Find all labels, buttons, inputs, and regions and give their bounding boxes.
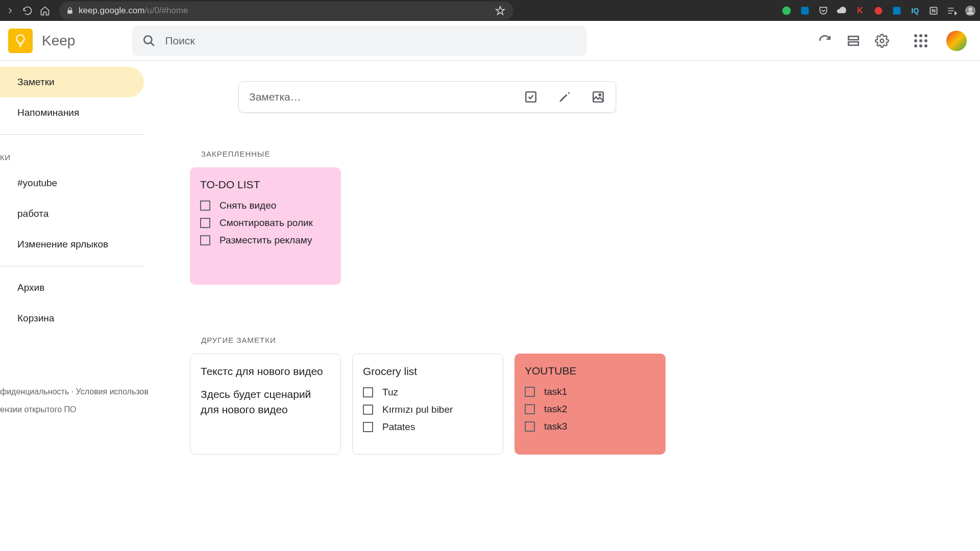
account-avatar[interactable] bbox=[946, 31, 967, 51]
sidebar-item-trash[interactable]: Корзина bbox=[0, 303, 144, 334]
sidebar-item-label: Изменение ярлыков bbox=[17, 239, 108, 250]
sidebar-label-work[interactable]: работа bbox=[0, 198, 144, 229]
privacy-link[interactable]: фиденциальность · Условия использов bbox=[0, 383, 149, 400]
sidebar-item-archive[interactable]: Архив bbox=[0, 272, 144, 303]
checklist-item[interactable]: Снять видео bbox=[200, 200, 331, 211]
checkbox-icon[interactable] bbox=[363, 387, 373, 397]
sidebar-item-label: #youtube bbox=[17, 178, 57, 189]
note-card[interactable]: Текстс для нового видео Здесь будет сцен… bbox=[190, 354, 341, 455]
checklist-item[interactable]: Разместить рекламу bbox=[200, 235, 331, 246]
svg-point-6 bbox=[968, 7, 972, 11]
new-image-icon[interactable] bbox=[591, 90, 605, 104]
checkbox-icon[interactable] bbox=[525, 421, 535, 432]
keep-logo[interactable] bbox=[8, 29, 33, 53]
checkbox-icon[interactable] bbox=[200, 235, 210, 245]
divider bbox=[0, 134, 144, 135]
svg-rect-1 bbox=[801, 7, 809, 14]
checklist-item[interactable]: Tuz bbox=[363, 387, 493, 398]
sidebar-item-notes[interactable]: Заметки bbox=[0, 67, 144, 97]
checklist-item[interactable]: Kırmızı pul biber bbox=[363, 404, 493, 415]
search-input[interactable] bbox=[165, 35, 576, 47]
ext-cloud-icon[interactable] bbox=[836, 5, 847, 16]
svg-point-0 bbox=[782, 6, 791, 15]
note-create-bar[interactable] bbox=[238, 81, 616, 113]
checkbox-icon[interactable] bbox=[363, 405, 373, 415]
section-pinned-label: ЗАКРЕПЛЕННЫЕ bbox=[201, 149, 980, 158]
sidebar-item-label: работа bbox=[17, 208, 48, 219]
svg-rect-3 bbox=[893, 7, 901, 14]
ext-pocket-icon[interactable] bbox=[818, 5, 829, 16]
section-others-label: ДРУГИЕ ЗАМЕТКИ bbox=[201, 336, 980, 344]
checklist-item[interactable]: task3 bbox=[525, 421, 655, 432]
ext-spiral-icon[interactable] bbox=[873, 5, 884, 16]
checkbox-icon[interactable] bbox=[200, 218, 210, 228]
checkbox-icon[interactable] bbox=[363, 422, 373, 432]
ext-notion-icon[interactable] bbox=[928, 5, 939, 16]
svg-rect-12 bbox=[593, 92, 603, 102]
list-view-button[interactable] bbox=[846, 34, 861, 48]
note-card[interactable]: Grocery list Tuz Kırmızı pul biber Patat… bbox=[352, 354, 503, 455]
ext-iq-icon[interactable]: IQ bbox=[910, 5, 921, 16]
profile-avatar-icon[interactable] bbox=[965, 5, 976, 16]
star-icon[interactable] bbox=[494, 5, 506, 17]
app-header: Keep bbox=[0, 21, 980, 61]
url-text: keep.google.com/u/0/#home bbox=[79, 6, 188, 16]
sidebar-item-reminders[interactable]: Напоминания bbox=[0, 97, 144, 128]
svg-point-13 bbox=[599, 94, 601, 95]
sidebar-item-label: Напоминания bbox=[17, 107, 79, 118]
main-content: ЗАКРЕПЛЕННЫЕ TO-DO LIST Снять видео Смон… bbox=[190, 61, 980, 551]
note-create-input[interactable] bbox=[249, 91, 524, 103]
new-drawing-icon[interactable] bbox=[557, 90, 572, 104]
extensions-tray: K IQ bbox=[781, 5, 976, 16]
search-bar[interactable] bbox=[132, 26, 586, 56]
app-name: Keep bbox=[42, 33, 75, 49]
checklist-item[interactable]: Смонтировать ролик bbox=[200, 217, 331, 229]
search-icon bbox=[142, 34, 156, 47]
svg-point-10 bbox=[880, 39, 884, 42]
browser-chrome: keep.google.com/u/0/#home K IQ bbox=[0, 0, 980, 21]
checklist-item[interactable]: Patates bbox=[363, 421, 493, 433]
svg-rect-9 bbox=[848, 42, 859, 45]
address-bar[interactable]: keep.google.com/u/0/#home bbox=[59, 2, 513, 20]
sidebar-item-label: Архив bbox=[17, 282, 44, 293]
lock-icon bbox=[66, 7, 74, 14]
sidebar-edit-labels[interactable]: Изменение ярлыков bbox=[0, 229, 144, 260]
settings-button[interactable] bbox=[875, 34, 889, 48]
note-card[interactable]: YOUTUBE task1 task2 task3 bbox=[514, 354, 666, 455]
checklist-item[interactable]: task2 bbox=[525, 404, 655, 415]
note-title: Текстс для нового видео bbox=[201, 364, 330, 379]
note-title: TO-DO LIST bbox=[200, 178, 331, 192]
new-checklist-icon[interactable] bbox=[524, 90, 538, 104]
note-title: Grocery list bbox=[363, 364, 493, 379]
checkbox-icon[interactable] bbox=[525, 387, 535, 397]
apps-button[interactable] bbox=[914, 34, 928, 48]
svg-point-7 bbox=[144, 36, 152, 43]
note-title: YOUTUBE bbox=[525, 364, 655, 378]
ext-evernote-icon[interactable] bbox=[781, 5, 792, 16]
sidebar-item-label: Заметки bbox=[17, 77, 55, 88]
checklist-item[interactable]: task1 bbox=[525, 386, 655, 397]
checkbox-icon[interactable] bbox=[525, 404, 535, 414]
reload-icon[interactable] bbox=[21, 5, 34, 17]
labels-header: КИ bbox=[0, 141, 190, 168]
refresh-button[interactable] bbox=[818, 34, 832, 48]
sidebar-label-youtube[interactable]: #youtube bbox=[0, 168, 144, 198]
forward-icon[interactable] bbox=[4, 5, 16, 17]
note-body: Здесь будет сценарий для нового видео bbox=[201, 387, 330, 417]
license-link[interactable]: ензии открытого ПО bbox=[0, 400, 149, 418]
ext-k-icon[interactable]: K bbox=[854, 5, 866, 16]
sidebar-footer: фиденциальность · Условия использов ензи… bbox=[0, 383, 149, 418]
ext-trello-icon[interactable] bbox=[799, 5, 811, 16]
sidebar: Заметки Напоминания КИ #youtube работа И… bbox=[0, 61, 190, 551]
ext-flag-icon[interactable] bbox=[891, 5, 902, 16]
divider bbox=[0, 266, 144, 266]
svg-rect-8 bbox=[848, 36, 859, 40]
ext-playlist-icon[interactable] bbox=[946, 5, 958, 16]
note-card[interactable]: TO-DO LIST Снять видео Смонтировать роли… bbox=[190, 167, 341, 285]
checkbox-icon[interactable] bbox=[200, 201, 210, 211]
sidebar-item-label: Корзина bbox=[17, 313, 54, 324]
svg-point-2 bbox=[875, 7, 883, 14]
home-icon[interactable] bbox=[39, 5, 51, 17]
